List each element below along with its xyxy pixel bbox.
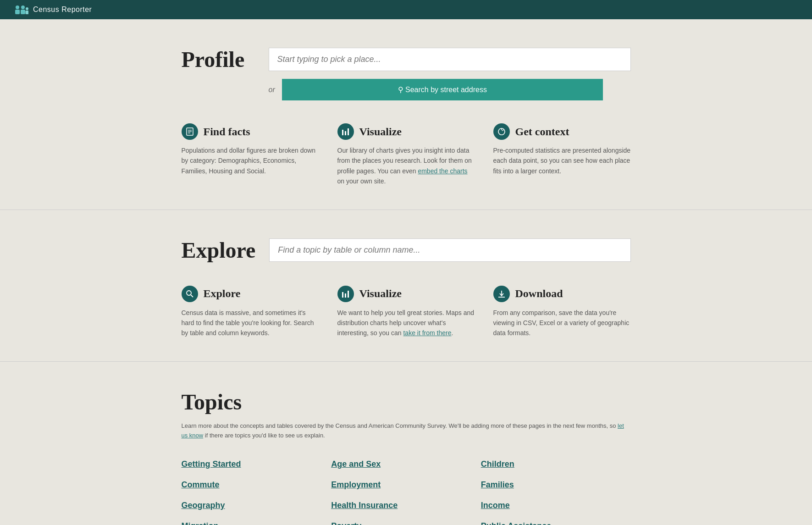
download-card: Download From any comparison, save the d… bbox=[493, 286, 631, 338]
topics-col-1: Getting Started Commute Geography Migrat… bbox=[182, 454, 331, 525]
logo-icons bbox=[14, 5, 28, 15]
download-text: From any comparison, save the data you'r… bbox=[493, 308, 631, 338]
topic-health-insurance[interactable]: Health Insurance bbox=[331, 495, 481, 516]
topics-section: Topics Learn more about the concepts and… bbox=[0, 362, 812, 525]
explore-card-text: Census data is massive, and sometimes it… bbox=[182, 308, 319, 338]
explore-card: Explore Census data is massive, and some… bbox=[182, 286, 319, 338]
profile-heading: Profile bbox=[182, 47, 255, 72]
visualize-icon bbox=[337, 123, 354, 140]
take-it-from-there-link[interactable]: take it from there bbox=[403, 329, 451, 337]
explore-visualize-title: Visualize bbox=[359, 287, 402, 300]
find-facts-title: Find facts bbox=[204, 126, 250, 138]
explore-visualize-text: We want to help you tell great stories. … bbox=[337, 308, 475, 338]
svg-point-4 bbox=[26, 7, 28, 10]
get-context-title: Get context bbox=[515, 126, 569, 138]
download-card-header: Download bbox=[493, 286, 631, 302]
get-context-card: Get context Pre-computed statistics are … bbox=[493, 123, 631, 187]
topics-desc-before: Learn more about the concepts and tables… bbox=[182, 422, 618, 429]
embed-charts-link[interactable]: embed the charts bbox=[418, 167, 467, 175]
download-title: Download bbox=[515, 287, 563, 300]
download-icon bbox=[493, 286, 510, 302]
topic-families[interactable]: Families bbox=[481, 475, 631, 495]
svg-rect-15 bbox=[342, 292, 343, 298]
explore-heading: Explore bbox=[182, 238, 256, 263]
topic-migration[interactable]: Migration bbox=[182, 516, 331, 525]
topics-description: Learn more about the concepts and tables… bbox=[182, 421, 631, 441]
topic-public-assistance[interactable]: Public Assistance bbox=[481, 516, 631, 525]
topics-col-2: Age and Sex Employment Health Insurance … bbox=[331, 454, 481, 525]
topic-poverty[interactable]: Poverty bbox=[331, 516, 481, 525]
find-facts-text: Populations and dollar figures are broke… bbox=[182, 145, 319, 176]
visualize-text: Our library of charts gives you insight … bbox=[337, 145, 475, 187]
visualize-title: Visualize bbox=[359, 126, 402, 138]
explore-card-header: Explore bbox=[182, 286, 319, 302]
topic-commute[interactable]: Commute bbox=[182, 475, 331, 495]
explore-visualize-header: Visualize bbox=[337, 286, 475, 302]
svg-point-0 bbox=[16, 6, 19, 9]
logo-icon bbox=[14, 5, 28, 15]
find-facts-icon bbox=[182, 123, 198, 140]
svg-point-2 bbox=[21, 6, 25, 9]
topics-desc-after: if there are topics you'd like to see us… bbox=[203, 432, 325, 439]
explore-search-input[interactable] bbox=[269, 238, 630, 262]
street-search-button[interactable]: ⚲ Search by street address bbox=[282, 79, 603, 100]
topics-heading: Topics bbox=[182, 389, 631, 414]
profile-features: Find facts Populations and dollar figure… bbox=[182, 123, 631, 187]
svg-rect-3 bbox=[21, 10, 25, 14]
svg-rect-5 bbox=[26, 11, 29, 14]
topic-income[interactable]: Income bbox=[481, 495, 631, 516]
svg-rect-16 bbox=[345, 293, 346, 298]
explore-search-row: Explore bbox=[182, 238, 631, 263]
explore-card-title: Explore bbox=[204, 287, 241, 300]
svg-rect-12 bbox=[348, 128, 349, 135]
svg-rect-11 bbox=[345, 131, 346, 135]
topics-grid: Getting Started Commute Geography Migrat… bbox=[182, 454, 631, 525]
find-facts-card: Find facts Populations and dollar figure… bbox=[182, 123, 319, 187]
find-facts-header: Find facts bbox=[182, 123, 319, 140]
visualize-header: Visualize bbox=[337, 123, 475, 140]
topic-geography[interactable]: Geography bbox=[182, 495, 331, 516]
or-row: or ⚲ Search by street address bbox=[269, 79, 631, 100]
visualize-card: Visualize Our library of charts gives yo… bbox=[337, 123, 475, 187]
explore-features: Explore Census data is massive, and some… bbox=[182, 286, 631, 338]
get-context-header: Get context bbox=[493, 123, 631, 140]
get-context-icon bbox=[493, 123, 510, 140]
topic-children[interactable]: Children bbox=[481, 454, 631, 475]
svg-rect-1 bbox=[15, 10, 20, 14]
profile-search-row: Profile bbox=[182, 47, 631, 72]
explore-visualize-card: Visualize We want to help you tell great… bbox=[337, 286, 475, 338]
svg-rect-17 bbox=[348, 291, 349, 298]
profile-search-input[interactable] bbox=[269, 48, 631, 71]
svg-rect-10 bbox=[342, 130, 343, 135]
site-title: Census Reporter bbox=[33, 6, 92, 14]
topic-employment[interactable]: Employment bbox=[331, 475, 481, 495]
get-context-text: Pre-computed statistics are presented al… bbox=[493, 145, 631, 176]
explore-visualize-icon bbox=[337, 286, 354, 302]
topic-age-and-sex[interactable]: Age and Sex bbox=[331, 454, 481, 475]
topic-getting-started[interactable]: Getting Started bbox=[182, 454, 331, 475]
profile-section: Profile or ⚲ Search by street address Fi… bbox=[0, 19, 812, 210]
topics-col-3: Children Families Income Public Assistan… bbox=[481, 454, 631, 525]
svg-line-14 bbox=[191, 295, 193, 297]
explore-search-icon bbox=[182, 286, 198, 302]
explore-section: Explore Explore Census data is massive, … bbox=[0, 210, 812, 361]
site-header: Census Reporter bbox=[0, 0, 812, 19]
or-text: or bbox=[269, 86, 275, 94]
svg-point-13 bbox=[187, 291, 191, 295]
